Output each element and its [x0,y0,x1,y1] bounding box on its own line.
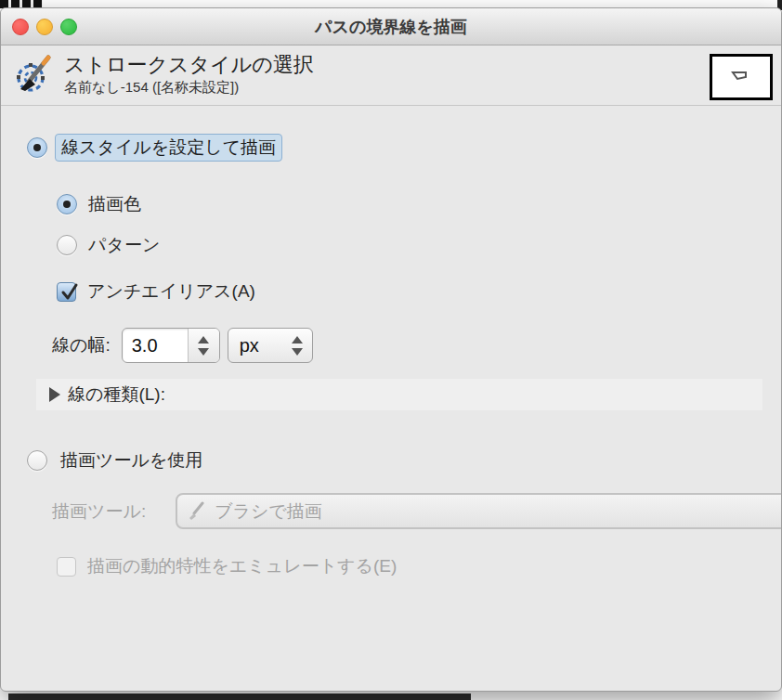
paint-tool-value: ブラシで描画 [215,499,782,524]
antialias-checkbox-row[interactable]: アンチエイリアス(A) [57,279,255,304]
unit-combo-carets[interactable] [292,336,312,356]
line-style-expander[interactable]: 線の種類(L): [36,379,762,410]
caret-down-icon [292,348,303,356]
image-name-subtitle: 名前なし-154 ([名称未設定]) [64,79,239,97]
window-title: パスの境界線を描画 [1,8,781,45]
checkmark-icon [59,281,81,304]
paint-tool-combobox: ブラシで描画 [176,493,782,529]
expander-triangle-icon [49,387,60,402]
stroke-path-dialog: パスの境界線を描画 ストロークスタイルの選択 名前なし-154 ([名称未設定]… [0,7,782,692]
pattern-radio-label: パターン [88,233,160,257]
antialias-checkbox[interactable] [57,282,76,302]
paint-tool-radio[interactable] [27,450,47,471]
pattern-radio-row[interactable]: パターン [57,233,160,257]
line-width-spinbox[interactable] [122,328,220,363]
solid-color-radio[interactable] [57,194,77,214]
stroke-line-radio-row[interactable]: 線スタイルを設定して描画 [27,134,282,162]
solid-color-radio-row[interactable]: 描画色 [57,192,141,216]
paint-tool-combo-row: 描画ツール: ブラシで描画 [52,493,759,530]
emulate-dynamics-row: 描画の動的特性をエミュレートする(E) [57,554,397,578]
unit-value: px [228,335,292,356]
solid-color-radio-label: 描画色 [88,192,141,216]
antialias-checkbox-label: アンチエイリアス(A) [87,279,255,304]
line-width-spin-buttons[interactable] [188,329,219,362]
line-width-label: 線の幅: [52,333,111,357]
caret-up-icon [292,336,303,344]
stroke-line-radio[interactable] [27,137,47,158]
dialog-title: ストロークスタイルの選択 [64,51,314,79]
paint-tool-radio-label: 描画ツールを使用 [60,448,202,473]
stroke-line-radio-label: 線スタイルを設定して描画 [55,134,282,162]
pattern-radio[interactable] [57,235,77,255]
line-width-row: 線の幅: px [52,328,313,363]
line-width-input[interactable] [123,329,188,362]
stroke-path-icon [10,53,55,97]
paint-tool-label: 描画ツール: [52,499,146,524]
paint-tool-radio-row[interactable]: 描画ツールを使用 [27,448,202,473]
emulate-dynamics-label: 描画の動的特性をエミュレートする(E) [87,554,397,578]
emulate-dynamics-checkbox [57,557,76,577]
background-window-fragment [8,694,471,700]
spin-up-icon[interactable] [198,336,209,344]
line-style-expander-label: 線の種類(L): [68,382,165,407]
title-bar[interactable]: パスの境界線を描画 [1,8,781,45]
dialog-header: ストロークスタイルの選択 名前なし-154 ([名称未設定]) [1,45,781,106]
unit-combobox[interactable]: px [228,328,313,363]
spin-down-icon[interactable] [198,348,209,356]
dialog-body: 線スタイルを設定して描画 描画色 パターン アンチエイリアス(A) 線の幅: [1,107,781,691]
paintbrush-icon [187,501,207,522]
path-preview-thumbnail [710,54,773,100]
path-preview-glyph [731,70,753,86]
